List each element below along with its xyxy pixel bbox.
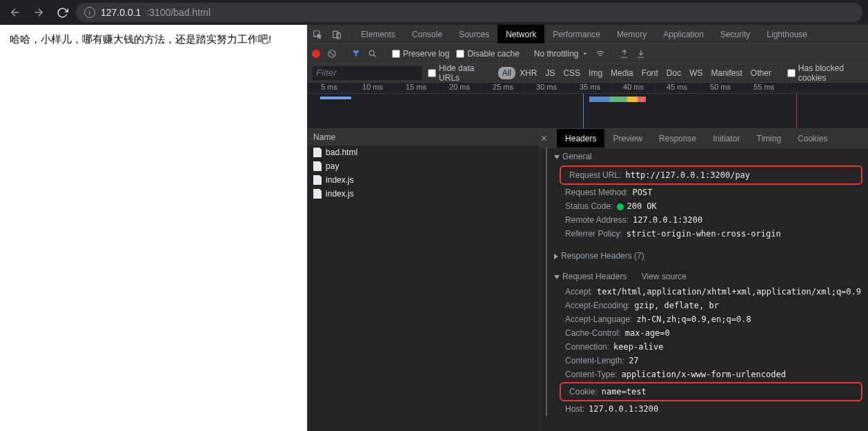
url-path: :3100/bad.html xyxy=(146,7,210,18)
separator xyxy=(349,29,350,40)
close-details-button[interactable] xyxy=(540,134,557,142)
page-text: 哈哈，小样儿，哪有赚大钱的方法，还是踏实努力工作吧! xyxy=(10,33,271,45)
section-response-headers[interactable]: Response Headers (7) xyxy=(547,248,868,264)
label: Remote Address: xyxy=(565,215,629,225)
has-blocked-cookies-checkbox[interactable]: Has blocked cookies xyxy=(787,63,868,83)
tab-sources[interactable]: Sources xyxy=(451,25,497,43)
timeline-tick: 30 ms xyxy=(525,83,569,93)
details-tab-initiator[interactable]: Initiator xyxy=(704,129,748,148)
header-row: Accept-Encoding:gzip, deflate, br xyxy=(547,299,868,312)
tab-application[interactable]: Application xyxy=(655,25,712,43)
details-body[interactable]: General Request URL:http://127.0.0.1:320… xyxy=(540,148,868,431)
separator xyxy=(781,68,782,79)
label: Accept: xyxy=(565,287,593,297)
filter-type-manifest[interactable]: Manifest xyxy=(707,67,747,79)
network-timeline[interactable]: 5 ms10 ms15 ms20 ms25 ms30 ms35 ms40 ms4… xyxy=(308,83,868,129)
search-icon xyxy=(368,49,377,59)
label: Host: xyxy=(565,404,584,414)
label: Request URL: xyxy=(569,170,621,180)
waterfall-marker-dom xyxy=(583,94,584,128)
header-row: Accept:text/html,application/xhtml+xml,a… xyxy=(547,285,868,299)
details-tab-timing[interactable]: Timing xyxy=(749,129,790,148)
disable-cache-checkbox[interactable]: Disable cache xyxy=(456,49,519,59)
tab-console[interactable]: Console xyxy=(404,25,451,43)
clear-button[interactable] xyxy=(327,49,337,59)
header-row: Content-Length:27 xyxy=(547,354,868,368)
header-row: Cache-Control:max-age=0 xyxy=(547,326,868,340)
value: strict-origin-when-cross-origin xyxy=(627,229,781,239)
timeline-tick: 40 ms xyxy=(612,83,655,93)
waterfall-segment xyxy=(638,97,646,102)
tab-network[interactable]: Network xyxy=(497,25,544,43)
file-icon xyxy=(313,161,322,171)
network-toolbar: Preserve log Disable cache No throttling xyxy=(308,44,868,63)
filter-toggle[interactable] xyxy=(351,49,361,59)
browser-urlbar: i 127.0.0.1:3100/bad.html xyxy=(0,0,868,25)
waterfall-segment xyxy=(589,97,610,102)
filter-input[interactable] xyxy=(312,66,422,80)
reload-button[interactable] xyxy=(52,3,72,22)
request-row[interactable]: bad.html xyxy=(308,146,540,159)
filter-type-js[interactable]: JS xyxy=(541,67,559,79)
request-row[interactable]: pay xyxy=(308,159,540,173)
details-tab-cookies[interactable]: Cookies xyxy=(789,129,836,148)
view-source-link[interactable]: View source xyxy=(642,272,687,281)
device-toggle-button[interactable] xyxy=(327,25,346,44)
tab-memory[interactable]: Memory xyxy=(609,25,655,43)
timeline-tick: 45 ms xyxy=(655,83,699,93)
filter-type-other[interactable]: Other xyxy=(747,67,776,79)
request-list-header[interactable]: Name xyxy=(308,129,540,146)
value: application/x-www-form-urlencoded xyxy=(621,370,785,379)
back-button[interactable] xyxy=(6,3,25,22)
filter-type-css[interactable]: CSS xyxy=(559,67,584,79)
section-request-headers[interactable]: Request Headers View source xyxy=(547,268,868,285)
request-details: HeadersPreviewResponseInitiatorTimingCoo… xyxy=(540,129,868,431)
highlight-cookie-header: Cookie:name=test xyxy=(560,382,862,401)
section-general[interactable]: General xyxy=(547,148,868,165)
details-tab-preview[interactable]: Preview xyxy=(604,129,651,148)
export-har-button[interactable] xyxy=(636,49,646,59)
status-dot-icon xyxy=(617,203,624,210)
info-icon[interactable]: i xyxy=(84,7,95,18)
filter-type-img[interactable]: Img xyxy=(584,67,606,79)
inspect-icon xyxy=(313,30,322,39)
search-button[interactable] xyxy=(368,49,377,59)
label: Referrer Policy: xyxy=(565,229,622,239)
record-button[interactable] xyxy=(312,50,320,58)
details-tabs: HeadersPreviewResponseInitiatorTimingCoo… xyxy=(540,129,868,148)
timeline-tick: 35 ms xyxy=(569,83,612,93)
separator xyxy=(526,48,527,59)
request-row[interactable]: index.js xyxy=(308,187,540,201)
import-har-button[interactable] xyxy=(620,49,629,59)
url-input[interactable]: i 127.0.0.1:3100/bad.html xyxy=(76,3,862,22)
network-conditions-button[interactable] xyxy=(595,49,605,59)
preserve-log-checkbox[interactable]: Preserve log xyxy=(392,49,449,59)
details-tab-headers[interactable]: Headers xyxy=(557,129,604,148)
inspect-element-button[interactable] xyxy=(308,25,327,44)
request-row[interactable]: index.js xyxy=(308,173,540,187)
tab-security[interactable]: Security xyxy=(712,25,758,43)
value: zh-CN,zh;q=0.9,en;q=0.8 xyxy=(636,314,751,324)
filter-type-xhr[interactable]: XHR xyxy=(515,67,541,79)
throttling-select[interactable]: No throttling xyxy=(534,49,589,59)
filter-type-all[interactable]: All xyxy=(498,67,515,79)
devtools-tabs: ElementsConsoleSourcesNetworkPerformance… xyxy=(308,25,868,44)
forward-button[interactable] xyxy=(29,3,48,22)
tab-elements[interactable]: Elements xyxy=(353,25,404,43)
waterfall-segment xyxy=(610,97,627,102)
tab-lighthouse[interactable]: Lighthouse xyxy=(758,25,816,43)
request-name: index.js xyxy=(326,189,354,199)
label: Request Method: xyxy=(565,188,628,197)
upload-icon xyxy=(620,49,629,59)
filter-type-doc[interactable]: Doc xyxy=(662,67,685,79)
caret-down-icon xyxy=(554,155,560,159)
filter-type-font[interactable]: Font xyxy=(638,67,662,79)
highlight-request-url: Request URL:http://127.0.0.1:3200/pay xyxy=(560,166,862,185)
filter-type-media[interactable]: Media xyxy=(606,67,638,79)
details-tab-response[interactable]: Response xyxy=(651,129,704,148)
caret-right-icon xyxy=(554,254,558,259)
hide-data-urls-checkbox[interactable]: Hide data URLs xyxy=(428,63,493,83)
filter-type-ws[interactable]: WS xyxy=(685,67,707,79)
tab-performance[interactable]: Performance xyxy=(544,25,609,43)
value: http://127.0.0.1:3200/pay xyxy=(625,170,750,180)
